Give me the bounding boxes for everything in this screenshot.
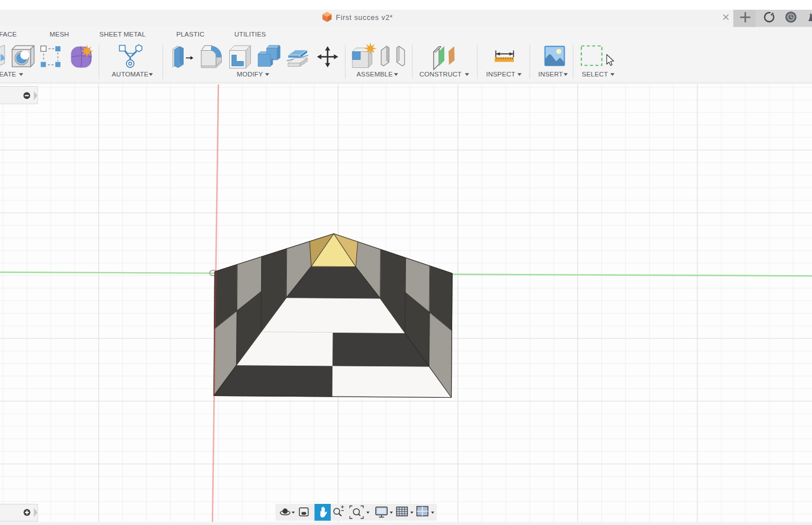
svg-text:SHEET METAL: SHEET METAL [99, 31, 145, 38]
svg-text:CONSTRUCT: CONSTRUCT [420, 71, 462, 78]
svg-text:MESH: MESH [50, 31, 69, 38]
svg-text:ASSEMBLE: ASSEMBLE [356, 71, 393, 78]
svg-text:INSERT: INSERT [538, 71, 563, 78]
svg-text:EATE: EATE [0, 71, 17, 78]
svg-text:FACE: FACE [0, 31, 17, 38]
svg-text:First succes v2*: First succes v2* [336, 14, 393, 22]
svg-text:PLASTIC: PLASTIC [176, 31, 204, 38]
svg-text:MODIFY: MODIFY [237, 71, 263, 78]
svg-text:UTILITIES: UTILITIES [234, 31, 266, 38]
svg-text:INSPECT: INSPECT [486, 71, 515, 78]
svg-text:AUTOMATE: AUTOMATE [112, 71, 149, 78]
svg-text:SELECT: SELECT [582, 71, 608, 78]
